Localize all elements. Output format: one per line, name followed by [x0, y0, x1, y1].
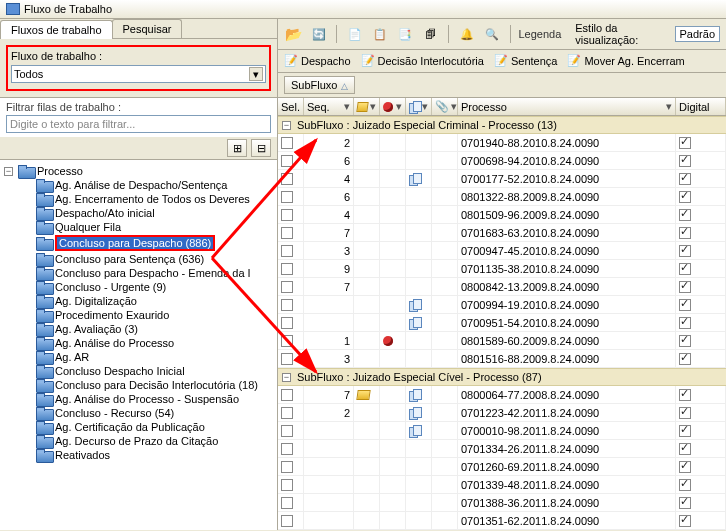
- row-checkbox[interactable]: [281, 497, 293, 509]
- tree-item[interactable]: Ag. Análise de Despacho/Sentença: [2, 178, 275, 192]
- row-digital-checkbox[interactable]: [679, 389, 691, 401]
- col-seq[interactable]: Seq.▾: [304, 98, 354, 115]
- tree-item[interactable]: Concluso para Despacho (886): [2, 234, 275, 252]
- row-checkbox[interactable]: [281, 443, 293, 455]
- tree-item[interactable]: Ag. Análise do Processo: [2, 336, 275, 350]
- tree-item[interactable]: Reativados: [2, 448, 275, 462]
- col-icon2[interactable]: ▾: [380, 98, 406, 115]
- tree-item[interactable]: Ag. Análise do Processo - Suspensão: [2, 392, 275, 406]
- row-digital-checkbox[interactable]: [679, 209, 691, 221]
- row-digital-checkbox[interactable]: [679, 281, 691, 293]
- collapse-icon[interactable]: −: [4, 167, 13, 176]
- tree-item[interactable]: Ag. Avaliação (3): [2, 322, 275, 336]
- row-digital-checkbox[interactable]: [679, 245, 691, 257]
- row-digital-checkbox[interactable]: [679, 317, 691, 329]
- legenda-link[interactable]: Legenda: [518, 28, 561, 40]
- open-folder-button[interactable]: 📂: [284, 24, 303, 44]
- row-checkbox[interactable]: [281, 281, 293, 293]
- action-despacho[interactable]: 📝 Despacho: [284, 54, 351, 68]
- row-checkbox[interactable]: [281, 155, 293, 167]
- tree-item[interactable]: Concluso para Decisão Interlocutória (18…: [2, 378, 275, 392]
- tool-btn-4[interactable]: 🗐: [421, 24, 440, 44]
- col-sel[interactable]: Sel.: [278, 98, 304, 115]
- col-processo[interactable]: Processo▾: [458, 98, 676, 115]
- visualizacao-select[interactable]: Padrão: [675, 26, 720, 42]
- row-digital-checkbox[interactable]: [679, 443, 691, 455]
- row-checkbox[interactable]: [281, 263, 293, 275]
- table-row[interactable]: 60700698-94.2010.8.24.0090: [278, 152, 726, 170]
- table-row[interactable]: 60801322-88.2009.8.24.0090: [278, 188, 726, 206]
- row-checkbox[interactable]: [281, 389, 293, 401]
- table-row[interactable]: 40700177-52.2010.8.24.0090: [278, 170, 726, 188]
- action-decisao[interactable]: 📝 Decisão Interlocutória: [361, 54, 484, 68]
- tree-item[interactable]: Ag. Certificação da Publicação: [2, 420, 275, 434]
- tree-item[interactable]: Procedimento Exaurido: [2, 308, 275, 322]
- table-row[interactable]: 70800842-13.2009.8.24.0090: [278, 278, 726, 296]
- workflow-tree[interactable]: − Processo Ag. Análise de Despacho/Sente…: [0, 160, 277, 530]
- group-row-2[interactable]: − SubFluxo : Juizado Especial Cível - Pr…: [278, 368, 726, 386]
- tool-btn-search[interactable]: 🔍: [482, 24, 501, 44]
- row-digital-checkbox[interactable]: [679, 353, 691, 365]
- row-digital-checkbox[interactable]: [679, 335, 691, 347]
- row-checkbox[interactable]: [281, 227, 293, 239]
- table-row[interactable]: 20701223-42.2011.8.24.0090: [278, 404, 726, 422]
- tree-item[interactable]: Ag. Encerramento de Todos os Deveres: [2, 192, 275, 206]
- action-mover[interactable]: 📝 Mover Ag. Encerram: [567, 54, 684, 68]
- tree-root-processo[interactable]: − Processo: [2, 164, 275, 178]
- table-row[interactable]: 0700994-19.2010.8.24.0090: [278, 296, 726, 314]
- row-checkbox[interactable]: [281, 173, 293, 185]
- row-digital-checkbox[interactable]: [679, 227, 691, 239]
- table-row[interactable]: 70701683-63.2010.8.24.0090: [278, 224, 726, 242]
- table-row[interactable]: 30700947-45.2010.8.24.0090: [278, 242, 726, 260]
- row-checkbox[interactable]: [281, 353, 293, 365]
- group-row-1[interactable]: − SubFluxo : Juizado Especial Criminal -…: [278, 116, 726, 134]
- row-checkbox[interactable]: [281, 407, 293, 419]
- row-checkbox[interactable]: [281, 137, 293, 149]
- table-row[interactable]: 0701260-69.2011.8.24.0090: [278, 458, 726, 476]
- table-row[interactable]: 0700010-98.2011.8.24.0090: [278, 422, 726, 440]
- action-sentenca[interactable]: 📝 Sentença: [494, 54, 557, 68]
- col-icon3[interactable]: ▾: [406, 98, 432, 115]
- tab-fluxos[interactable]: Fluxos de trabalho: [0, 20, 113, 39]
- tree-item[interactable]: Concluso Despacho Inicial: [2, 364, 275, 378]
- grid-body[interactable]: − SubFluxo : Juizado Especial Criminal -…: [278, 116, 726, 530]
- row-checkbox[interactable]: [281, 425, 293, 437]
- table-row[interactable]: 0701339-48.2011.8.24.0090: [278, 476, 726, 494]
- tree-item[interactable]: Concluso - Recurso (54): [2, 406, 275, 420]
- row-checkbox[interactable]: [281, 209, 293, 221]
- collapse-icon[interactable]: −: [282, 373, 291, 382]
- row-checkbox[interactable]: [281, 515, 293, 527]
- table-row[interactable]: 10801589-60.2009.8.24.0090: [278, 332, 726, 350]
- row-digital-checkbox[interactable]: [679, 479, 691, 491]
- table-row[interactable]: 70800064-77.2008.8.24.0090: [278, 386, 726, 404]
- row-digital-checkbox[interactable]: [679, 425, 691, 437]
- table-row[interactable]: 0701334-26.2011.8.24.0090: [278, 440, 726, 458]
- tree-collapse-button[interactable]: ⊟: [251, 139, 271, 157]
- groupby-subfluxo[interactable]: SubFluxo △: [284, 76, 355, 94]
- table-row[interactable]: 0701351-62.2011.8.24.0090: [278, 512, 726, 530]
- table-row[interactable]: 0701388-36.2011.8.24.0090: [278, 494, 726, 512]
- tree-item[interactable]: Qualquer Fila: [2, 220, 275, 234]
- row-digital-checkbox[interactable]: [679, 173, 691, 185]
- row-digital-checkbox[interactable]: [679, 263, 691, 275]
- collapse-icon[interactable]: −: [282, 121, 291, 130]
- row-digital-checkbox[interactable]: [679, 137, 691, 149]
- row-checkbox[interactable]: [281, 479, 293, 491]
- row-digital-checkbox[interactable]: [679, 191, 691, 203]
- row-checkbox[interactable]: [281, 335, 293, 347]
- row-checkbox[interactable]: [281, 191, 293, 203]
- tree-item[interactable]: Ag. Digitalização: [2, 294, 275, 308]
- row-digital-checkbox[interactable]: [679, 515, 691, 527]
- tool-btn-2[interactable]: 📋: [371, 24, 390, 44]
- row-checkbox[interactable]: [281, 317, 293, 329]
- col-icon1[interactable]: ▾: [354, 98, 380, 115]
- refresh-button[interactable]: 🔄: [309, 24, 328, 44]
- tree-item[interactable]: Despacho/Ato inicial: [2, 206, 275, 220]
- table-row[interactable]: 90701135-38.2010.8.24.0090: [278, 260, 726, 278]
- tool-btn-alert[interactable]: 🔔: [457, 24, 476, 44]
- table-row[interactable]: 20701940-88.2010.8.24.0090: [278, 134, 726, 152]
- tool-btn-1[interactable]: 📄: [345, 24, 364, 44]
- col-icon4[interactable]: 📎▾: [432, 98, 458, 115]
- tree-expand-button[interactable]: ⊞: [227, 139, 247, 157]
- filter-input[interactable]: Digite o texto para filtrar...: [6, 115, 271, 133]
